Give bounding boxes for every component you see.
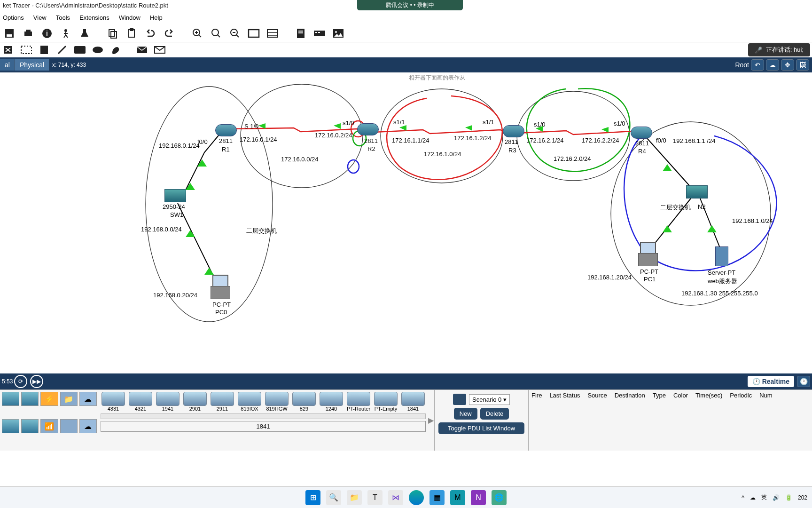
switch-sw2[interactable] xyxy=(686,185,708,198)
event-col[interactable]: Fire xyxy=(530,392,544,399)
paste-icon[interactable] xyxy=(124,26,139,41)
menu-extensions[interactable]: Extensions xyxy=(79,14,109,23)
delete-tool-icon[interactable] xyxy=(2,43,15,56)
text-app-icon[interactable]: T xyxy=(367,490,383,505)
device-name-field[interactable]: 1841 xyxy=(101,421,426,432)
scenario-select[interactable]: Scenario 0 ▾ xyxy=(469,394,510,405)
device-item[interactable]: 1240 xyxy=(319,392,344,412)
device-item[interactable]: 1941 xyxy=(155,392,180,412)
onenote-icon[interactable]: N xyxy=(471,490,486,505)
packet-tracer-icon[interactable]: 🌐 xyxy=(492,490,507,505)
menu-help[interactable]: Help xyxy=(150,14,163,23)
event-col[interactable]: Type xyxy=(651,392,668,399)
notes-icon[interactable] xyxy=(293,26,308,41)
rectangle-tool-icon[interactable] xyxy=(246,26,261,41)
event-col[interactable]: Destination xyxy=(613,392,647,399)
reset-time-icon[interactable]: ⟳ xyxy=(14,375,27,388)
menu-window[interactable]: Window xyxy=(119,14,141,23)
cat-lightning-icon[interactable]: ⚡ xyxy=(40,392,58,406)
activity-icon[interactable] xyxy=(58,26,73,41)
undo-icon[interactable] xyxy=(143,26,158,41)
lab-icon[interactable] xyxy=(77,26,92,41)
clock-partial[interactable]: 202 xyxy=(798,494,807,501)
menu-view[interactable]: View xyxy=(33,14,47,23)
device-item[interactable]: 829 xyxy=(291,392,317,412)
simulation-toggle-icon[interactable]: 🕐 xyxy=(797,376,810,387)
cat-network-icon[interactable] xyxy=(2,392,19,406)
zoom-in-icon[interactable] xyxy=(190,26,205,41)
device-item[interactable]: PT-Router xyxy=(346,392,371,412)
expand-right-icon[interactable]: ▶ xyxy=(428,390,434,451)
event-col[interactable]: Last Status xyxy=(547,392,582,399)
app2-icon[interactable]: M xyxy=(450,490,465,505)
event-col[interactable]: Num xyxy=(757,392,774,399)
print-icon[interactable] xyxy=(21,26,36,41)
sub-router-icon[interactable] xyxy=(2,419,19,433)
search-icon[interactable]: 🔍 xyxy=(326,490,341,505)
router-r1[interactable] xyxy=(215,124,237,136)
event-col[interactable]: Source xyxy=(586,392,609,399)
note-tool-icon[interactable] xyxy=(38,43,51,56)
nav-bg-icon[interactable]: 🖼 xyxy=(796,59,809,71)
new-button[interactable]: New xyxy=(454,408,477,420)
vs-icon[interactable]: ⋈ xyxy=(388,490,403,505)
fast-forward-icon[interactable]: ▶▶ xyxy=(30,375,43,388)
ime-indicator[interactable]: 英 xyxy=(761,493,767,501)
tray-battery-icon[interactable]: 🔋 xyxy=(785,494,792,501)
sub-security-icon[interactable] xyxy=(60,419,78,433)
cat-folder-icon[interactable]: 📁 xyxy=(60,392,78,406)
router-r2[interactable] xyxy=(357,123,379,135)
event-col[interactable]: Color xyxy=(671,392,690,399)
sub-wireless-icon[interactable]: 📶 xyxy=(40,419,58,433)
realtime-button[interactable]: 🕐Realtime xyxy=(748,376,794,387)
device-icon[interactable] xyxy=(312,26,327,41)
menu-tools[interactable]: Tools xyxy=(56,14,70,23)
logical-tab[interactable]: al xyxy=(0,59,15,71)
switch-sw1[interactable] xyxy=(164,189,186,202)
device-item[interactable]: 2901 xyxy=(182,392,208,412)
event-col[interactable]: Periodic xyxy=(728,392,754,399)
sub-wan-icon[interactable]: ☁ xyxy=(79,419,97,433)
toggle-pdu-button[interactable]: Toggle PDU List Window xyxy=(438,422,524,434)
device-scrollbar[interactable] xyxy=(101,413,426,419)
workspace-canvas[interactable]: 相开器下面画的表作从 2811 R1 2811 R2 2811 R3 2811 … xyxy=(0,72,812,373)
router-r4[interactable] xyxy=(631,127,652,139)
table-icon[interactable] xyxy=(265,26,280,41)
resize-tool-icon[interactable] xyxy=(20,43,33,56)
physical-tab[interactable]: Physical xyxy=(15,59,49,71)
cat-cloud-icon[interactable]: ☁ xyxy=(79,392,97,406)
pc-pc0[interactable] xyxy=(211,275,230,299)
edge-icon[interactable] xyxy=(409,490,424,505)
tray-cloud-icon[interactable]: ☁ xyxy=(750,494,756,501)
line-tool-icon[interactable] xyxy=(55,43,69,56)
zoom-out-icon[interactable] xyxy=(227,26,242,41)
router-r3[interactable] xyxy=(503,125,524,137)
tray-expand-icon[interactable]: ^ xyxy=(742,494,744,501)
menu-options[interactable]: Options xyxy=(3,14,24,23)
device-item[interactable]: 4321 xyxy=(128,392,153,412)
device-item[interactable]: 4331 xyxy=(101,392,126,412)
start-icon[interactable]: ⊞ xyxy=(305,490,320,505)
photo-icon[interactable] xyxy=(331,26,346,41)
zoom-reset-icon[interactable] xyxy=(209,26,224,41)
device-item[interactable]: 819HGW xyxy=(264,392,289,412)
nav-move-icon[interactable]: ✥ xyxy=(781,59,794,71)
pdu-envelope-icon[interactable] xyxy=(453,394,466,405)
device-item[interactable]: 2911 xyxy=(210,392,235,412)
freeform-shape-icon[interactable] xyxy=(109,43,122,56)
app1-icon[interactable]: ▦ xyxy=(429,490,445,505)
save-icon[interactable] xyxy=(2,26,17,41)
copy-icon[interactable] xyxy=(105,26,120,41)
complex-pdu-icon[interactable] xyxy=(153,43,166,56)
redo-icon[interactable] xyxy=(162,26,177,41)
event-col[interactable]: Time(sec) xyxy=(694,392,724,399)
info-icon[interactable]: i xyxy=(39,26,55,41)
delete-button[interactable]: Delete xyxy=(480,408,509,420)
nav-cloud-icon[interactable]: ☁ xyxy=(766,59,779,71)
meeting-recording-bar[interactable]: 腾讯会议 • • 录制中 xyxy=(357,0,463,10)
explorer-icon[interactable]: 📁 xyxy=(347,490,362,505)
device-item[interactable]: 1841 xyxy=(400,392,426,412)
server[interactable] xyxy=(715,246,728,266)
tray-volume-icon[interactable]: 🔊 xyxy=(773,494,780,501)
ellipse-shape-icon[interactable] xyxy=(91,43,104,56)
